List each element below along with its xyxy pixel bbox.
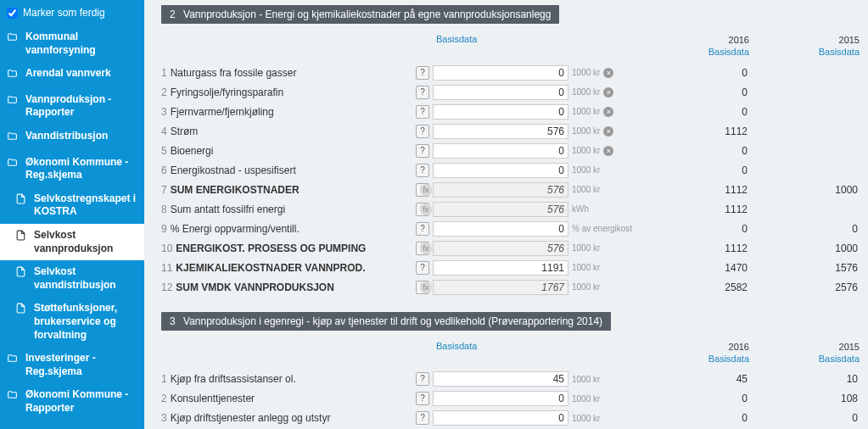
table-row: 1Kjøp fra driftsassistanser ol.?1000 kr4… <box>161 370 860 388</box>
row-label: 7SUM ENERGIKOSTNADER <box>161 184 416 196</box>
section-3-title: Vannproduksjon i egenregi - kjøp av tjen… <box>183 315 602 327</box>
year-2016-value: 0 <box>639 67 749 79</box>
value-input[interactable] <box>434 392 568 405</box>
sidebar-item[interactable]: Økonomi Kommune - Reg.skjema <box>0 151 144 187</box>
year-2016-value: 45 <box>639 373 749 385</box>
sidebar-item[interactable]: Selvkost vanndistribusjon <box>0 260 144 297</box>
folder-icon <box>7 31 20 47</box>
table-row: 12SUM VMDK VANNPRODUKSJON?fx17671000 kr2… <box>161 278 860 297</box>
year-2016-value: 0 <box>639 164 749 176</box>
calc-value: 576 <box>434 184 568 196</box>
unit-label: 1000 kr× <box>568 126 636 136</box>
value-input[interactable] <box>434 66 568 80</box>
value-input-cell[interactable] <box>433 221 568 237</box>
row-label: 2Konsulenttjenester <box>161 393 416 404</box>
marker-ferdig-checkbox[interactable] <box>7 8 18 19</box>
row-label: 2Fyringsolje/fyringsparafin <box>161 86 416 98</box>
help-button[interactable]: ? <box>416 66 429 80</box>
marker-ferdig-row: Marker som ferdig <box>0 3 144 25</box>
document-icon <box>15 230 29 245</box>
year-2015-value: 1576 <box>749 262 860 274</box>
value-input[interactable] <box>434 144 568 158</box>
help-button[interactable]: ? <box>416 86 429 99</box>
row-label: 10ENERGIKOST. PROSESS OG PUMPING <box>161 242 416 254</box>
help-button[interactable]: ? <box>416 411 429 425</box>
sidebar-item[interactable]: Selvkost vannproduksjon <box>0 224 144 260</box>
value-input[interactable] <box>434 125 568 138</box>
value-input-cell[interactable] <box>433 371 568 387</box>
sidebar-item-label: Investeringer - Reg.skjema <box>25 352 137 378</box>
value-input[interactable] <box>434 222 568 236</box>
col-basisdata-label-3: Basisdata <box>433 341 568 365</box>
clear-icon[interactable]: × <box>603 68 613 78</box>
value-input-cell[interactable] <box>433 260 568 276</box>
sidebar-item-label: Økonomi Kommune - Reg.skjema <box>25 156 137 182</box>
year-2015-value: 1000 <box>749 242 860 254</box>
year-2016-value: 0 <box>639 106 749 118</box>
row-label: 12SUM VMDK VANNPRODUKSJON <box>161 281 416 293</box>
help-button[interactable]: ? <box>416 261 429 275</box>
table-row: 9% Energi oppvarming/ventill.?% av energ… <box>161 220 860 238</box>
unit-label: 1000 kr× <box>568 107 636 117</box>
sidebar-item[interactable]: Kommunal vannforsyning <box>0 25 144 62</box>
value-input-cell[interactable] <box>433 143 568 159</box>
sidebar-item[interactable]: Vannproduksjon - Rapporter <box>0 88 144 125</box>
col-basisdata-label: Basisdata <box>433 34 568 58</box>
value-input-cell[interactable] <box>433 104 568 120</box>
table-row: 7SUM ENERGIKOSTNADER?fx5761000 kr1112100… <box>161 181 860 199</box>
clear-icon[interactable]: × <box>603 126 613 136</box>
calc-value: 1767 <box>434 281 568 293</box>
table-row: 5Bioenergi?1000 kr×0 <box>161 142 860 160</box>
year-2015-value: 10 <box>749 373 860 385</box>
year-2016-value: 1112 <box>639 184 749 196</box>
main-content: 2 Vannproduksjon - Energi og kjemikaliek… <box>144 0 868 429</box>
value-input-cell[interactable] <box>433 65 568 81</box>
value-input[interactable] <box>434 411 568 425</box>
clear-icon[interactable]: × <box>603 87 613 98</box>
calc-value-cell: fx576 <box>433 182 568 198</box>
clear-icon[interactable]: × <box>603 146 613 156</box>
value-input[interactable] <box>434 86 568 99</box>
help-button[interactable]: ? <box>416 372 429 386</box>
sidebar-item[interactable]: Selvkostregnskapet i KOSTRA <box>0 187 144 224</box>
section-2-col-headers: Basisdata 2016 Basisdata 2015 Basisdata <box>161 34 860 58</box>
sidebar-item[interactable]: Investeringer - Reg.skjema <box>0 347 144 383</box>
table-row: 1Naturgass fra fossile gasser?1000 kr×0 <box>161 64 860 82</box>
help-button[interactable]: ? <box>416 222 429 236</box>
help-button[interactable]: ? <box>416 105 429 119</box>
document-icon <box>15 266 29 281</box>
calc-icon: fx <box>420 281 432 293</box>
sidebar: Marker som ferdig Kommunal vannforsyning… <box>0 0 144 429</box>
table-row: 2Fyringsolje/fyringsparafin?1000 kr×0 <box>161 83 860 102</box>
unit-label: 1000 kr <box>568 165 636 175</box>
sidebar-item[interactable]: Vanndistribusjon <box>0 125 144 151</box>
sidebar-item[interactable]: Støttefunksjoner, brukerservice og forva… <box>0 297 144 347</box>
table-row: 3Fjernvarme/fjernkjøling?1000 kr×0 <box>161 103 860 121</box>
sidebar-item-label: Selvkostregnskapet i KOSTRA <box>34 192 137 219</box>
value-input-cell[interactable] <box>433 124 568 139</box>
value-input[interactable] <box>434 261 568 275</box>
sidebar-item-label: Arendal vannverk <box>25 67 111 81</box>
value-input[interactable] <box>434 105 568 119</box>
unit-label: 1000 kr <box>568 394 636 404</box>
value-input-cell[interactable] <box>433 85 568 100</box>
year-2015-value: 0 <box>749 412 860 424</box>
clear-icon[interactable]: × <box>603 107 613 117</box>
row-label: 5Bioenergi <box>161 145 416 157</box>
help-button[interactable]: ? <box>416 125 429 138</box>
value-input-cell[interactable] <box>433 163 568 178</box>
help-button[interactable]: ? <box>416 144 429 158</box>
year-2015-value: 1000 <box>749 184 860 196</box>
help-button[interactable]: ? <box>416 164 429 177</box>
value-input-cell[interactable] <box>433 391 568 406</box>
section-3-col-headers: Basisdata 2016 Basisdata 2015 Basisdata <box>161 341 860 365</box>
calc-icon: fx <box>420 242 432 254</box>
value-input[interactable] <box>434 164 568 177</box>
sidebar-item[interactable]: Arendal vannverk <box>0 62 144 88</box>
value-input-cell[interactable] <box>433 410 568 426</box>
calc-value: 576 <box>434 242 568 254</box>
sidebar-item[interactable]: Økonomi Kommune - Rapporter <box>0 383 144 420</box>
sidebar-item-label: Selvkost vannproduksjon <box>34 229 137 255</box>
value-input[interactable] <box>434 372 568 386</box>
help-button[interactable]: ? <box>416 392 429 405</box>
